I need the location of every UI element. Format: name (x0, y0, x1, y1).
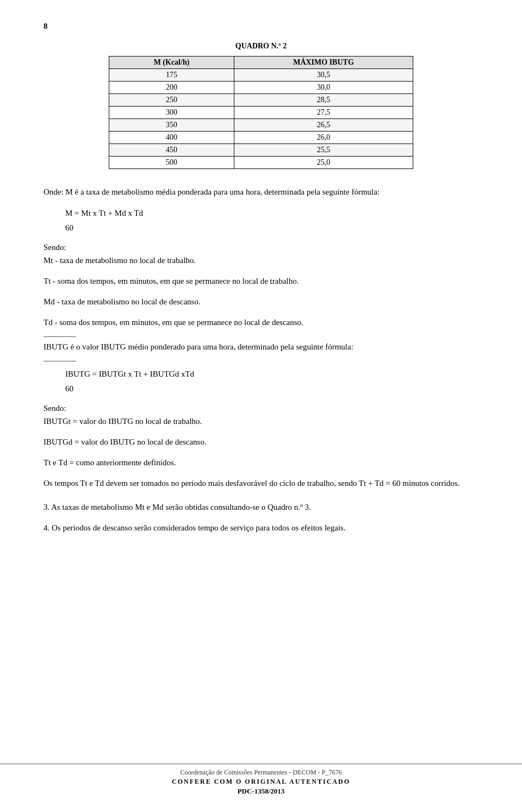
table-cell: 500 (109, 157, 234, 169)
formula-ibutg-block: IBUTG = IBUTGt x Tt + IBUTGd xTd 60 (65, 367, 478, 396)
table-row: 30027,5 (109, 107, 413, 119)
footer-line1: Coordenação de Comissões Permanentes - D… (0, 769, 522, 777)
formula-ibutg: IBUTG = IBUTGt x Tt + IBUTGd xTd (65, 367, 478, 382)
table-row: 45025,5 (109, 144, 413, 157)
formula-ibutg-divisor: 60 (65, 382, 478, 396)
table-cell: 175 (109, 69, 234, 82)
formula-m-block: M = Mt x Tt + Md x Td 60 (65, 206, 478, 235)
page-footer: Coordenação de Comissões Permanentes - D… (0, 764, 522, 796)
quadro-2-table: M (Kcal/h) MÁXIMO IBUTG 17530,520030,025… (109, 56, 413, 169)
table-cell: 350 (109, 119, 234, 132)
table-cell: 30,0 (234, 82, 413, 94)
sendo1: Sendo: Mt - taxa de metabolismo no local… (44, 241, 478, 267)
footer-line2: CONFERE COM O ORIGINAL AUTENTICADO (0, 778, 522, 786)
table-header-m: M (Kcal/h) (109, 57, 234, 69)
page: 8 QUADRO N.º 2 M (Kcal/h) MÁXIMO IBUTG 1… (0, 0, 522, 812)
divider-2 (44, 361, 76, 361)
table-row: 35026,5 (109, 119, 413, 132)
ibutgd-def: IBUTGd = valor do IBUTG no local de desc… (44, 435, 478, 448)
item3: 3. As taxas de metabolismo Mt e Md serão… (44, 501, 478, 514)
table-cell: 400 (109, 132, 234, 144)
table-cell: 30,5 (234, 69, 413, 82)
intro-paragraph: Onde: M é a taxa de metabolismo média po… (44, 185, 478, 198)
table-cell: 25,0 (234, 157, 413, 169)
table-cell: 27,5 (234, 107, 413, 119)
tt-td-def: Tt e Td = como anteriormente definidos. (44, 456, 478, 469)
table-cell: 450 (109, 144, 234, 157)
table-row: 17530,5 (109, 69, 413, 82)
sendo2: Sendo: IBUTGt = valor do IBUTG no local … (44, 402, 478, 428)
ibutg-intro: IBUTG é o valor IBUTG médio ponderado pa… (44, 340, 478, 353)
table-cell: 250 (109, 94, 234, 107)
footer-line3: PDC-1358/2013 (0, 787, 522, 796)
page-number: 8 (44, 22, 478, 31)
item4: 4. Os períodos de descanso serão conside… (44, 521, 478, 534)
table-cell: 26,0 (234, 132, 413, 144)
td-def: Td - soma dos tempos, em minutos, em que… (44, 316, 478, 329)
mt-def: Mt - taxa de metabolismo no local de tra… (44, 256, 196, 265)
ciclo-def: Os tempos Tt e Td devem ser tomados no p… (44, 477, 478, 490)
table-row: 20030,0 (109, 82, 413, 94)
formula-m: M = Mt x Tt + Md x Td (65, 206, 478, 221)
table-cell: 200 (109, 82, 234, 94)
formula-m-divisor: 60 (65, 221, 478, 235)
table-title: QUADRO N.º 2 (44, 42, 478, 51)
table-row: 25028,5 (109, 94, 413, 107)
table-row: 50025,0 (109, 157, 413, 169)
table-row: 40026,0 (109, 132, 413, 144)
divider-1 (44, 336, 76, 337)
md-def: Md - taxa de metabolismo no local de des… (44, 295, 478, 308)
table-header-ibutg: MÁXIMO IBUTG (234, 57, 413, 69)
ibutgt-def: IBUTGt = valor do IBUTG no local de trab… (44, 417, 202, 426)
table-cell: 28,5 (234, 94, 413, 107)
tt-def: Tt - soma dos tempos, em minutos, em que… (44, 274, 478, 288)
table-cell: 300 (109, 107, 234, 119)
table-cell: 25,5 (234, 144, 413, 157)
table-cell: 26,5 (234, 119, 413, 132)
